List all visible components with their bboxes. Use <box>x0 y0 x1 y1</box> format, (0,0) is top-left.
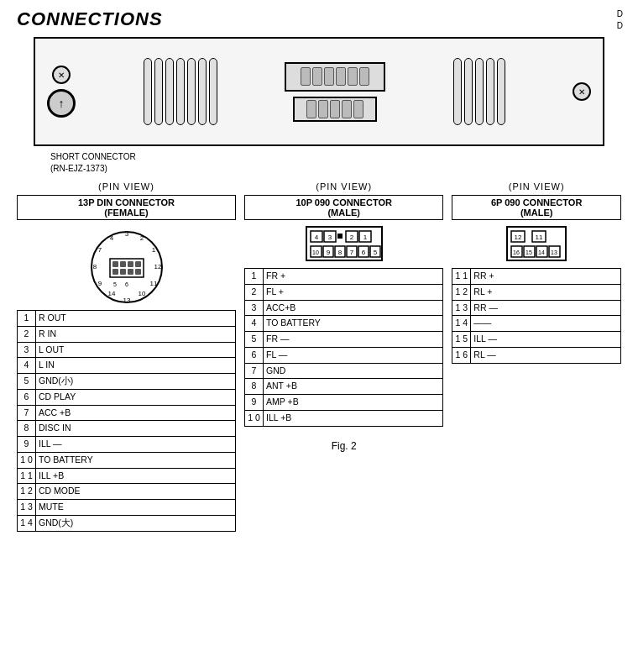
svg-text:4: 4 <box>314 234 318 241</box>
table-row: 4L IN <box>18 358 236 374</box>
connector-6p-name: 6P 090 CONNECTOR (MALE) <box>452 195 621 220</box>
table-row: 9ILL — <box>18 437 236 453</box>
corner-text: DD <box>617 8 623 32</box>
pin-num: 7 <box>245 363 264 379</box>
svg-text:12: 12 <box>515 234 522 241</box>
table-row: 1 1RR + <box>452 269 621 285</box>
hu-dial: ↑ <box>47 89 76 118</box>
table-row: 1 2RL + <box>452 284 621 300</box>
svg-text:13: 13 <box>123 297 130 304</box>
table-row: 8DISC IN <box>18 421 236 437</box>
svg-rect-9 <box>135 269 141 275</box>
svg-text:3: 3 <box>124 230 128 238</box>
pin-num: 5 <box>245 332 264 348</box>
pin-num: 1 0 <box>18 452 36 468</box>
pin-num: 1 1 <box>18 468 36 484</box>
svg-text:1: 1 <box>363 234 367 241</box>
pinview-title-10p: (PIN VIEW) <box>244 181 443 192</box>
svg-rect-5 <box>135 261 141 267</box>
svg-text:14: 14 <box>538 249 545 255</box>
table-row: 9AMP +B <box>245 395 443 411</box>
pin-num: 1 4 <box>452 316 471 332</box>
connector-6p-block: (PIN VIEW) 6P 090 CONNECTOR (MALE) 12 11 <box>452 181 621 532</box>
pin-num: 1 1 <box>452 269 471 285</box>
svg-text:3: 3 <box>327 234 332 241</box>
svg-rect-7 <box>120 269 126 275</box>
svg-text:15: 15 <box>526 249 532 255</box>
pin-signal: FL — <box>264 347 443 363</box>
pin-signal: ILL — <box>36 437 236 453</box>
svg-text:8: 8 <box>337 249 342 256</box>
pin-num: 6 <box>245 347 264 363</box>
pin-num: 9 <box>18 437 36 453</box>
svg-text:2: 2 <box>139 234 144 242</box>
table-row: 3L OUT <box>18 342 236 358</box>
pin-num: 5 <box>18 374 36 390</box>
pin-signal: ACC+B <box>264 300 443 316</box>
pin-signal: CD MODE <box>36 484 236 500</box>
svg-text:4: 4 <box>109 234 113 242</box>
svg-text:9: 9 <box>326 249 330 256</box>
pinview-title-13p: (PIN VIEW) <box>17 181 236 192</box>
pin-num: 3 <box>245 300 264 316</box>
table-row: 6CD PLAY <box>18 389 236 405</box>
pin-signal: GND(大) <box>36 515 236 531</box>
svg-rect-2 <box>112 261 118 267</box>
svg-rect-3 <box>120 261 126 267</box>
connectors-section: (PIN VIEW) 13P DIN CONNECTOR (FEMALE) <box>17 181 621 532</box>
pin-signal: —— <box>471 316 621 332</box>
svg-text:10: 10 <box>138 290 145 297</box>
pin-num: 3 <box>18 342 36 358</box>
hu-center-connectors <box>285 62 385 122</box>
table-row: 4TO BATTERY <box>245 316 443 332</box>
pin-signal: TO BATTERY <box>264 316 443 332</box>
pin-signal: RR — <box>471 300 621 316</box>
pin-num: 1 5 <box>452 332 471 348</box>
pin-signal: ILL +B <box>36 468 236 484</box>
table-row: 1 4GND(大) <box>18 515 236 531</box>
pin-signal: L OUT <box>36 342 236 358</box>
svg-point-0 <box>92 232 162 302</box>
connector-6p-diagram: 12 11 16 15 14 13 <box>452 225 621 263</box>
hu-screw-right: ✕ <box>573 82 591 101</box>
svg-text:16: 16 <box>513 249 520 255</box>
svg-text:14: 14 <box>107 290 115 297</box>
pin-num: 1 2 <box>18 484 36 500</box>
table-row: 2FL + <box>245 284 443 300</box>
pin-signal: R IN <box>36 326 236 342</box>
pin-num: 2 <box>245 284 264 300</box>
pin-signal: ACC +B <box>36 405 236 421</box>
svg-rect-4 <box>128 261 133 267</box>
pin-table-6p: 1 1RR +1 2RL +1 3RR —1 4——1 5ILL —1 6RL … <box>452 268 621 364</box>
table-row: 7GND <box>245 363 443 379</box>
connector-13p-name: 13P DIN CONNECTOR (FEMALE) <box>17 195 236 220</box>
table-row: 1 0TO BATTERY <box>18 452 236 468</box>
pin-signal: L IN <box>36 358 236 374</box>
pin-signal: FR + <box>264 269 443 285</box>
pin-num: 8 <box>245 379 264 395</box>
svg-text:5: 5 <box>373 249 377 256</box>
svg-rect-6 <box>112 269 118 275</box>
pin-table-13p: 1R OUT2R IN3L OUT4L IN5GND(小)6CD PLAY7AC… <box>17 310 236 532</box>
pin-signal: GND <box>264 363 443 379</box>
table-row: 1 2CD MODE <box>18 484 236 500</box>
svg-text:13: 13 <box>551 249 557 255</box>
svg-text:11: 11 <box>536 234 543 241</box>
svg-text:12: 12 <box>154 263 161 270</box>
pin-num: 8 <box>18 421 36 437</box>
table-row: 1 4—— <box>452 316 621 332</box>
pin-signal: RL — <box>471 347 621 363</box>
pin-table-10p: 1FR +2FL +3ACC+B4TO BATTERY5FR —6FL —7GN… <box>244 268 443 427</box>
table-row: 7ACC +B <box>18 405 236 421</box>
hu-right-vents <box>453 58 505 125</box>
pin-signal: RL + <box>471 284 621 300</box>
hu-left-controls: ✕ ↑ <box>47 66 76 118</box>
pin-signal: FL + <box>264 284 443 300</box>
table-row: 6FL — <box>245 347 443 363</box>
hu-left-vents <box>144 58 217 125</box>
pin-signal: FR — <box>264 332 443 348</box>
pin-num: 9 <box>245 395 264 411</box>
pin-num: 1 4 <box>18 515 36 531</box>
svg-text:9: 9 <box>97 280 102 287</box>
pin-signal: TO BATTERY <box>36 452 236 468</box>
